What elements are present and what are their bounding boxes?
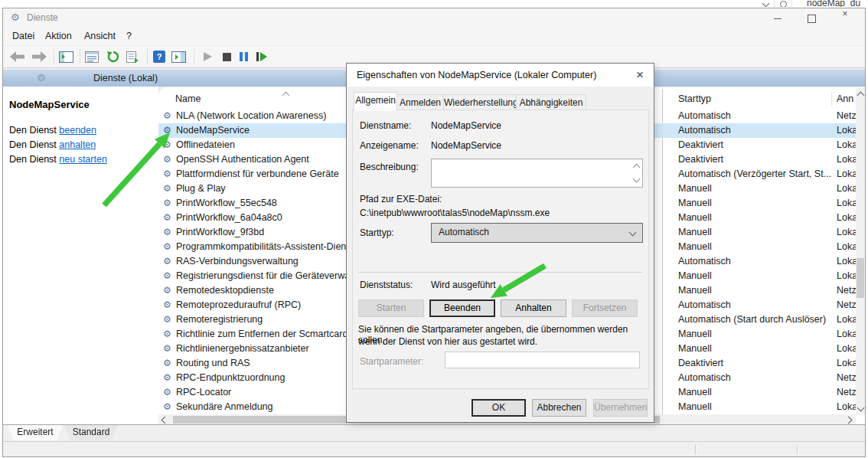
service-gear-icon: ⚙: [163, 400, 171, 414]
menu-hilfe[interactable]: ?: [126, 31, 132, 41]
node-header-title: Dienste (Lokal): [93, 73, 158, 83]
service-starttyp: Automatisch: [678, 109, 831, 123]
properties-icon[interactable]: [83, 49, 100, 64]
back-icon[interactable]: [9, 49, 26, 64]
scroll-up-icon[interactable]: [857, 92, 865, 100]
service-anmelden: Loka: [837, 225, 857, 240]
dienststatus-value: Wird ausgeführt: [431, 280, 496, 290]
chevron-down-icon[interactable]: [762, 0, 770, 7]
beenden-button[interactable]: Beenden: [429, 299, 495, 317]
status-separator: [797, 445, 798, 454]
scroll-right-icon[interactable]: [845, 417, 853, 424]
help-icon[interactable]: ?: [151, 49, 168, 64]
service-gear-icon: ⚙: [163, 211, 171, 225]
vertical-scroll-thumb[interactable]: [857, 258, 864, 298]
starttyp-dropdown[interactable]: Automatisch: [431, 223, 643, 243]
service-anmelden: Loka: [837, 152, 857, 167]
menu-datei[interactable]: Datei: [12, 31, 34, 41]
anzeigename-label: Anzeigename:: [360, 140, 419, 151]
service-starttyp: Manuell: [678, 327, 831, 342]
tab-abhaengigkeiten[interactable]: Abhängigkeiten: [516, 94, 586, 110]
refresh-icon[interactable]: [105, 49, 122, 64]
service-anmelden: Netz: [837, 109, 857, 123]
background-window-title: nodeMap_du: [807, 0, 860, 7]
vertical-scrollbar[interactable]: [856, 88, 865, 415]
pfad-value: C:\inetpub\wwwroot\talas5\nodeMap\nssm.e…: [360, 208, 550, 218]
service-anmelden: Loka: [837, 269, 857, 283]
pfad-label: Pfad zur EXE-Datei:: [360, 194, 442, 204]
service-anmelden: Loka: [837, 342, 857, 356]
service-gear-icon: ⚙: [163, 312, 171, 327]
fortsetzen-button[interactable]: Fortsetzen: [572, 299, 638, 317]
service-gear-icon: ⚙: [163, 356, 171, 371]
scroll-left-icon[interactable]: [162, 417, 169, 424]
menu-ansicht[interactable]: Ansicht: [84, 31, 116, 41]
restart-service-link[interactable]: neu starten: [59, 154, 107, 165]
title-bar: ⚙ Dienste ×: [3, 8, 865, 28]
service-anmelden: Loka: [837, 182, 857, 196]
export-list-icon[interactable]: [125, 49, 142, 64]
service-gear-icon: ⚙: [163, 385, 171, 400]
service-gear-icon: ⚙: [163, 269, 171, 283]
abbrechen-button[interactable]: Abbrechen: [532, 399, 586, 417]
selected-service-title: NodeMapService: [9, 99, 90, 110]
column-header-name[interactable]: Name: [175, 93, 201, 104]
service-starttyp: Automatisch (Start durch Auslöser): [678, 312, 831, 327]
service-starttyp: Manuell: [678, 211, 831, 225]
anhalten-button[interactable]: Anhalten: [501, 299, 566, 317]
show-console-tree-icon[interactable]: [57, 49, 74, 64]
menu-aktion[interactable]: Aktion: [45, 31, 72, 41]
services-app-icon: ⚙: [11, 11, 20, 23]
dialog-close-icon[interactable]: ×: [629, 65, 651, 85]
scroll-down-icon[interactable]: [857, 404, 865, 412]
minimize-button[interactable]: [761, 8, 795, 28]
service-anmelden: Loka: [837, 196, 857, 211]
pause-service-link[interactable]: anhalten: [59, 139, 96, 150]
anzeigename-value: NodeMapService: [431, 140, 501, 151]
service-anmelden: Netz: [837, 371, 857, 385]
uebernehmen-button[interactable]: Übernehmen: [593, 399, 648, 417]
service-starttyp: Manuell: [678, 385, 831, 400]
column-header-anmelden[interactable]: Ann: [837, 93, 853, 104]
tab-erweitert[interactable]: Erweitert: [8, 425, 63, 440]
starten-button[interactable]: Starten: [358, 299, 424, 317]
service-gear-icon: ⚙: [163, 225, 171, 240]
close-button[interactable]: ×: [828, 8, 862, 28]
desc-scroll-down-icon[interactable]: [633, 175, 641, 183]
stop-service-icon[interactable]: [218, 49, 235, 64]
start-service-icon[interactable]: [199, 49, 216, 64]
service-gear-icon: ⚙: [163, 371, 171, 385]
menu-bar: Datei Aktion Ansicht ?: [3, 28, 865, 45]
refresh-icon[interactable]: [780, 1, 787, 7]
beschreibung-input[interactable]: [431, 159, 643, 188]
stop-service-link[interactable]: beenden: [59, 125, 96, 136]
tab-wiederherstellung[interactable]: Wiederherstellung: [443, 94, 517, 110]
starttyp-label: Starttyp:: [360, 227, 394, 238]
show-action-pane-icon[interactable]: [170, 49, 187, 64]
pause-service-icon[interactable]: [235, 49, 252, 64]
service-gear-icon: ⚙: [163, 167, 171, 182]
dialog-title: Eigenschaften von NodeMapService (Lokale…: [357, 70, 596, 80]
divider: [791, 0, 792, 7]
forward-icon[interactable]: [31, 49, 47, 64]
action-prefix: Den Dienst: [9, 125, 59, 136]
service-gear-icon: ⚙: [163, 109, 171, 123]
service-starttyp: Automatisch: [678, 254, 831, 269]
dienstname-label: Dienstname:: [360, 120, 411, 131]
tab-allgemein[interactable]: Allgemein: [354, 92, 397, 111]
startparameter-hint-line2: wenn der Dienst von hier aus gestartet w…: [358, 336, 537, 347]
tab-standard[interactable]: Standard: [64, 425, 118, 440]
desc-scroll-up-icon[interactable]: [633, 164, 641, 172]
dienststatus-label: Dienststatus:: [360, 280, 413, 290]
service-starttyp: Manuell: [678, 196, 831, 211]
column-header-starttyp[interactable]: Starttyp: [678, 93, 711, 104]
startparameter-input[interactable]: [445, 352, 640, 368]
dropdown-chevron-icon: [629, 229, 637, 237]
service-gear-icon: ⚙: [163, 152, 171, 167]
restart-service-icon[interactable]: [253, 49, 270, 64]
ok-button[interactable]: OK: [472, 399, 526, 417]
service-anmelden: Loka: [837, 211, 857, 225]
tab-anmelden[interactable]: Anmelden: [396, 94, 444, 110]
service-anmelden: Loka: [837, 254, 857, 269]
maximize-button[interactable]: [795, 8, 828, 28]
